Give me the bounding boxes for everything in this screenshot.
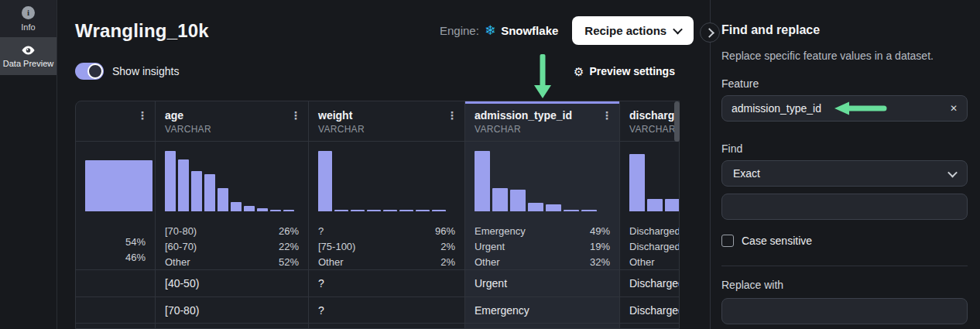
sidebar-item-data-preview[interactable]: Data Preview bbox=[0, 37, 57, 75]
stat-label: Discharged bbox=[629, 239, 680, 255]
stat-value: 32% bbox=[590, 255, 610, 270]
table-cell[interactable]: Discharged bbox=[620, 270, 680, 297]
stat-value: 52% bbox=[279, 255, 299, 270]
match-type-select[interactable]: Exact bbox=[721, 160, 968, 187]
stat-label: Other bbox=[318, 255, 344, 270]
table-cell bbox=[156, 324, 309, 328]
stat-label: ? bbox=[318, 224, 324, 239]
table-cell[interactable]: [40-50) bbox=[156, 270, 309, 297]
engine-indicator: Engine: ❄ Snowflake bbox=[440, 24, 558, 37]
insight-cell-age: [70-80)26% [60-70)22% Other52% bbox=[156, 142, 309, 270]
histogram bbox=[165, 149, 299, 211]
table-cell bbox=[309, 324, 465, 328]
column-header-admission-type-id[interactable]: admission_type_id VARCHAR ⋮ bbox=[465, 101, 620, 142]
recipe-actions-button[interactable]: Recipe actions bbox=[572, 16, 694, 45]
sidebar-item-label: Info bbox=[21, 22, 35, 32]
feature-label: Feature bbox=[721, 77, 759, 90]
chevron-right-icon bbox=[704, 28, 714, 38]
stat-label: Other bbox=[165, 255, 190, 270]
table-cell[interactable]: Discharged bbox=[620, 297, 680, 324]
engine-label: Engine: bbox=[440, 24, 479, 37]
panel-collapse-button[interactable] bbox=[700, 22, 720, 43]
table-cell[interactable] bbox=[76, 297, 156, 324]
column-header-age[interactable]: age VARCHAR ⋮ bbox=[156, 101, 309, 142]
insight-cell-admission-type-id: Emergency49% Urgent19% Other32% bbox=[465, 142, 620, 270]
show-insights-toggle[interactable] bbox=[75, 63, 104, 80]
annotation-arrow-left bbox=[834, 101, 889, 115]
stat-label: [60-70) bbox=[165, 239, 197, 255]
info-icon: i bbox=[22, 6, 35, 19]
table-cell[interactable] bbox=[76, 270, 156, 297]
table-cell[interactable]: ? bbox=[309, 297, 465, 324]
column-name: weight bbox=[318, 109, 455, 122]
sidebar-item-info[interactable]: i Info bbox=[0, 0, 57, 37]
header-actions: Engine: ❄ Snowflake Recipe actions bbox=[440, 16, 694, 45]
stat-label: Urgent bbox=[475, 239, 505, 255]
section-divider bbox=[721, 266, 968, 266]
replace-with-label: Replace with bbox=[721, 279, 783, 291]
stat-value: 46% bbox=[125, 250, 146, 266]
gear-icon: ⚙ bbox=[574, 66, 584, 77]
case-sensitive-label: Case sensitive bbox=[742, 235, 812, 247]
eye-icon bbox=[21, 45, 36, 56]
table-cell bbox=[76, 324, 156, 328]
kebab-menu-icon[interactable]: ⋮ bbox=[137, 110, 148, 121]
stat-value: 22% bbox=[279, 239, 299, 255]
find-label: Find bbox=[721, 142, 742, 155]
column-type: VARCHAR bbox=[318, 124, 455, 135]
column-name: admission_type_id bbox=[475, 109, 610, 122]
table-cell[interactable]: Urgent bbox=[465, 270, 620, 297]
close-icon[interactable]: ✕ bbox=[946, 101, 961, 116]
vertical-scrollbar[interactable] bbox=[674, 101, 680, 142]
insight-cell-weight: ?96% [75-100)2% Other2% bbox=[309, 142, 465, 270]
column-header-discharge[interactable]: discharge VARCHAR bbox=[620, 101, 680, 142]
show-insights-label: Show insights bbox=[112, 65, 179, 77]
case-sensitive-checkbox[interactable] bbox=[721, 235, 734, 247]
stat-value: 49% bbox=[590, 224, 610, 239]
column-type: VARCHAR bbox=[165, 124, 299, 135]
left-sidebar: i Info Data Preview bbox=[0, 0, 57, 329]
preview-settings-label: Preview settings bbox=[589, 65, 675, 77]
kebab-menu-icon[interactable]: ⋮ bbox=[290, 110, 301, 121]
engine-name: Snowflake bbox=[501, 24, 558, 37]
column-name: age bbox=[165, 109, 299, 122]
match-type-value: Exact bbox=[733, 167, 760, 180]
preview-settings-button[interactable]: ⚙ Preview settings bbox=[574, 65, 675, 77]
sidebar-item-label: Data Preview bbox=[3, 59, 53, 68]
column-name: discharge bbox=[629, 109, 671, 122]
stat-label: Other bbox=[629, 255, 655, 270]
column-type: VARCHAR bbox=[629, 124, 671, 135]
annotation-arrow-down bbox=[533, 54, 552, 99]
toggle-knob bbox=[87, 63, 103, 79]
table-cell[interactable]: ? bbox=[309, 270, 465, 297]
find-value-input[interactable] bbox=[721, 194, 968, 220]
panel-title: Find and replace bbox=[721, 23, 820, 37]
stat-value: 54% bbox=[125, 235, 146, 250]
stat-value: 96% bbox=[435, 224, 455, 239]
column-header-index[interactable]: ⋮ bbox=[76, 101, 156, 142]
stat-value: 2% bbox=[440, 239, 455, 255]
stat-label: Other bbox=[475, 255, 500, 270]
histogram bbox=[629, 149, 671, 211]
kebab-menu-icon[interactable]: ⋮ bbox=[447, 110, 457, 121]
stat-value: 26% bbox=[279, 224, 299, 239]
kebab-menu-icon[interactable]: ⋮ bbox=[601, 110, 612, 121]
chevron-down-icon bbox=[673, 25, 683, 35]
table-cell bbox=[620, 324, 680, 328]
column-type: VARCHAR bbox=[475, 124, 610, 135]
insight-cell-discharge: Discharged Discharged Other bbox=[620, 142, 680, 270]
replace-with-input[interactable] bbox=[721, 298, 968, 324]
table-cell[interactable]: [70-80) bbox=[156, 297, 309, 324]
table-cell bbox=[465, 324, 620, 328]
stat-label: Discharged bbox=[629, 224, 680, 239]
page-title: Wrangling_10k bbox=[75, 20, 209, 42]
histogram bbox=[85, 149, 146, 211]
data-preview-table: ⋮ age VARCHAR ⋮ weight VARCHAR ⋮ admissi… bbox=[75, 101, 680, 329]
table-cell[interactable]: Emergency bbox=[465, 297, 620, 324]
stat-value: 2% bbox=[440, 255, 455, 270]
chevron-down-icon bbox=[947, 167, 958, 177]
column-header-weight[interactable]: weight VARCHAR ⋮ bbox=[309, 101, 465, 142]
panel-description: Replace specific feature values in a dat… bbox=[721, 50, 934, 62]
panel-divider bbox=[710, 0, 711, 329]
stat-label: [75-100) bbox=[318, 239, 355, 255]
